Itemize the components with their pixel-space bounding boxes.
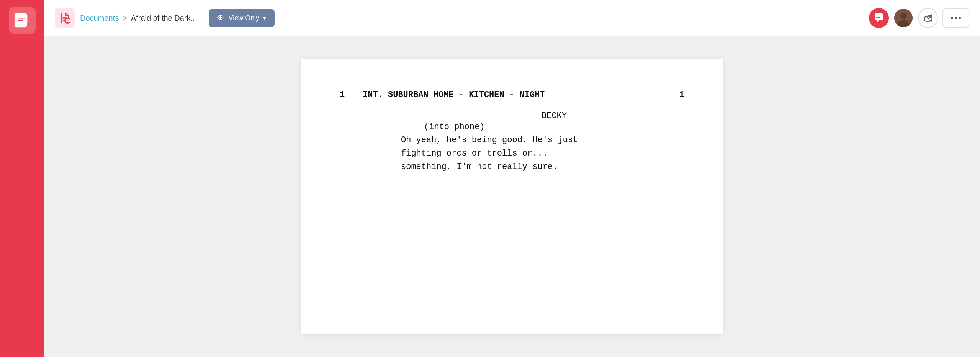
document-page: 1 INT. SUBURBAN HOME - KITCHEN - NIGHT 1…: [301, 59, 723, 334]
dialogue-line-3: something, I'm not really sure.: [401, 162, 558, 172]
header-right: [869, 8, 969, 28]
user-avatar-image: [894, 8, 913, 28]
dot-1: [951, 17, 953, 19]
logo-icon: [13, 11, 31, 29]
svg-point-8: [931, 20, 932, 21]
document-icon-button[interactable]: [55, 8, 75, 28]
svg-point-7: [931, 14, 932, 16]
dot-3: [959, 17, 961, 19]
parenthetical: (into phone): [424, 122, 684, 132]
dialogue-line-2: fighting orcs or trolls or...: [401, 149, 548, 158]
chevron-down-icon: ▾: [263, 15, 266, 22]
breadcrumb-current: Afraid of the Dark..: [131, 14, 195, 23]
scene-number-right: 1: [669, 90, 684, 100]
app-logo[interactable]: [9, 7, 36, 34]
dialogue-block: BECKY (into phone) Oh yeah, he's being g…: [401, 111, 684, 174]
breadcrumb-separator: >: [123, 14, 127, 23]
svg-point-4: [900, 13, 907, 19]
view-only-label: View Only: [229, 14, 260, 22]
dialogue-text: Oh yeah, he's being good. He's just figh…: [401, 133, 684, 174]
view-only-button[interactable]: 👁 View Only ▾: [209, 9, 275, 27]
comment-avatar-button[interactable]: [869, 8, 889, 28]
comment-icon: [874, 13, 884, 23]
scene-number-left: 1: [340, 90, 355, 100]
header: Documents > Afraid of the Dark.. 👁 View …: [44, 0, 980, 36]
dot-2: [955, 17, 957, 19]
scene-heading-row: 1 INT. SUBURBAN HOME - KITCHEN - NIGHT 1: [340, 90, 684, 100]
dialogue-line-1: Oh yeah, he's being good. He's just: [401, 135, 578, 145]
scene-heading-text: INT. SUBURBAN HOME - KITCHEN - NIGHT: [363, 90, 669, 100]
share-button[interactable]: [918, 8, 938, 28]
eye-icon: 👁: [217, 14, 225, 23]
character-name: BECKY: [424, 111, 684, 121]
sidebar: [0, 0, 44, 357]
more-options-button[interactable]: [942, 8, 969, 28]
header-left: Documents > Afraid of the Dark.. 👁 View …: [55, 8, 869, 28]
breadcrumb: Documents > Afraid of the Dark..: [80, 14, 195, 23]
document-icon: [59, 12, 70, 24]
share-icon: [923, 13, 933, 23]
main-area: 1 INT. SUBURBAN HOME - KITCHEN - NIGHT 1…: [44, 36, 980, 357]
user-avatar[interactable]: [893, 8, 913, 28]
documents-link[interactable]: Documents: [80, 14, 119, 23]
